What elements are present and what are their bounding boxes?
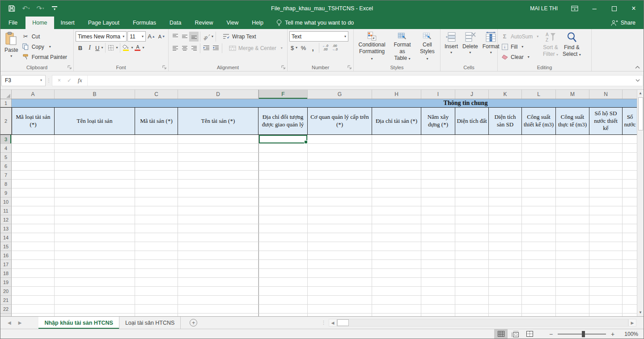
- cell-J19[interactable]: [455, 278, 489, 287]
- cell-D16[interactable]: [178, 251, 258, 260]
- cell-H16[interactable]: [372, 251, 421, 260]
- row-header-9[interactable]: 9: [0, 188, 12, 197]
- cell-M15[interactable]: [556, 242, 589, 251]
- cell-A4[interactable]: [12, 144, 55, 153]
- cell-C18[interactable]: [135, 269, 178, 278]
- cell-I13[interactable]: [421, 224, 455, 233]
- cell-C15[interactable]: [135, 242, 178, 251]
- cell-M5[interactable]: [556, 153, 589, 162]
- new-sheet-button[interactable]: +: [190, 319, 197, 326]
- cell-L19[interactable]: [522, 278, 556, 287]
- cell-G3[interactable]: [308, 135, 372, 144]
- cell-C22[interactable]: [135, 305, 178, 314]
- borders-dropdown-icon[interactable]: ▾: [116, 46, 118, 50]
- cell-K14[interactable]: [489, 233, 522, 242]
- header-cell-G[interactable]: Cơ quan quản lý cấp trên (*): [308, 108, 372, 134]
- header-cell-K[interactable]: Diện tích sàn SD: [489, 108, 522, 134]
- cell-K7[interactable]: [489, 171, 522, 180]
- cell-M19[interactable]: [556, 278, 589, 287]
- header-cell-J[interactable]: Diện tích đất: [455, 108, 489, 134]
- cell-H5[interactable]: [372, 153, 421, 162]
- cell-F11[interactable]: [258, 206, 308, 215]
- cell-J11[interactable]: [455, 206, 489, 215]
- formula-input[interactable]: [88, 75, 633, 86]
- cell-J3[interactable]: [455, 135, 489, 144]
- increase-decimal-button[interactable]: ←.0.00: [321, 43, 330, 53]
- cell-G11[interactable]: [308, 206, 372, 215]
- format-as-table-dropdown-icon[interactable]: ▾: [409, 57, 411, 61]
- cell-L22[interactable]: [522, 305, 556, 314]
- cell-B19[interactable]: [55, 278, 135, 287]
- select-all-corner[interactable]: [0, 90, 12, 99]
- format-painter-button[interactable]: Format Painter: [21, 52, 68, 62]
- cell-D8[interactable]: [178, 180, 258, 188]
- row-header-5[interactable]: 5: [0, 153, 12, 162]
- cell-D21[interactable]: [178, 296, 258, 305]
- comma-style-button[interactable]: ,: [308, 43, 318, 53]
- cell-L14[interactable]: [522, 233, 556, 242]
- cell-A7[interactable]: [12, 171, 55, 180]
- cell-N5[interactable]: [589, 153, 623, 162]
- cell-G14[interactable]: [308, 233, 372, 242]
- clear-dropdown-icon[interactable]: ▾: [528, 55, 530, 59]
- merge-center-dropdown-icon[interactable]: ▾: [281, 46, 283, 50]
- cell-H4[interactable]: [372, 144, 421, 153]
- horizontal-scroll-thumb[interactable]: [337, 319, 349, 326]
- cell-G12[interactable]: [308, 215, 372, 224]
- cell-N18[interactable]: [589, 269, 623, 278]
- row-header-12[interactable]: 12: [0, 215, 12, 224]
- cell-J16[interactable]: [455, 251, 489, 260]
- close-button[interactable]: ×: [624, 0, 644, 17]
- cell-L20[interactable]: [522, 287, 556, 296]
- cell-F20[interactable]: [258, 287, 308, 296]
- cell-F9[interactable]: [258, 188, 308, 197]
- cell-x14[interactable]: [623, 233, 638, 242]
- group-header-band[interactable]: Thông tin chung: [12, 99, 638, 107]
- cell-H21[interactable]: [372, 296, 421, 305]
- scroll-down-icon[interactable]: ▼: [639, 310, 642, 315]
- cell-I21[interactable]: [421, 296, 455, 305]
- cell-I17[interactable]: [421, 260, 455, 269]
- redo-button[interactable]: ↷▾: [34, 3, 46, 14]
- column-header-D[interactable]: D: [178, 90, 258, 99]
- cell-B3[interactable]: [55, 135, 135, 144]
- formula-bar-splitter[interactable]: ⋮: [46, 78, 52, 84]
- row-header-8[interactable]: 8: [0, 180, 12, 188]
- cell-H8[interactable]: [372, 180, 421, 188]
- fill-button[interactable]: ↓Fill▾: [500, 42, 541, 52]
- cell-N17[interactable]: [589, 260, 623, 269]
- cell-F16[interactable]: [258, 251, 308, 260]
- tell-me-box[interactable]: Tell me what you want to do: [276, 17, 354, 29]
- cell-G4[interactable]: [308, 144, 372, 153]
- cell-G20[interactable]: [308, 287, 372, 296]
- zoom-out-button[interactable]: −: [546, 331, 556, 338]
- cell-H20[interactable]: [372, 287, 421, 296]
- cell-K16[interactable]: [489, 251, 522, 260]
- cell-F13[interactable]: [258, 224, 308, 233]
- next-sheet-icon[interactable]: ▶: [18, 320, 22, 325]
- cell-C4[interactable]: [135, 144, 178, 153]
- cell-D18[interactable]: [178, 269, 258, 278]
- cell-M9[interactable]: [556, 188, 589, 197]
- cell-J18[interactable]: [455, 269, 489, 278]
- cell-C3[interactable]: [135, 135, 178, 144]
- cell-N13[interactable]: [589, 224, 623, 233]
- row-header-10[interactable]: 10: [0, 197, 12, 206]
- row-header-1[interactable]: 1: [0, 99, 12, 107]
- conditional-formatting-dropdown-icon[interactable]: ▾: [371, 57, 373, 61]
- cell-J12[interactable]: [455, 215, 489, 224]
- cell-A8[interactable]: [12, 180, 55, 188]
- cell-I19[interactable]: [421, 278, 455, 287]
- cell-K22[interactable]: [489, 305, 522, 314]
- percent-style-button[interactable]: %: [299, 43, 308, 53]
- cell-A9[interactable]: [12, 188, 55, 197]
- cell-K8[interactable]: [489, 180, 522, 188]
- cell-H6[interactable]: [372, 162, 421, 171]
- cell-H3[interactable]: [372, 135, 421, 144]
- header-cell-H[interactable]: Địa chỉ tài sản (*): [372, 108, 421, 134]
- underline-dropdown-icon[interactable]: ▾: [101, 46, 103, 50]
- cell-F4[interactable]: [258, 144, 308, 153]
- cell-J8[interactable]: [455, 180, 489, 188]
- cell-x8[interactable]: [623, 180, 638, 188]
- cell-A20[interactable]: [12, 287, 55, 296]
